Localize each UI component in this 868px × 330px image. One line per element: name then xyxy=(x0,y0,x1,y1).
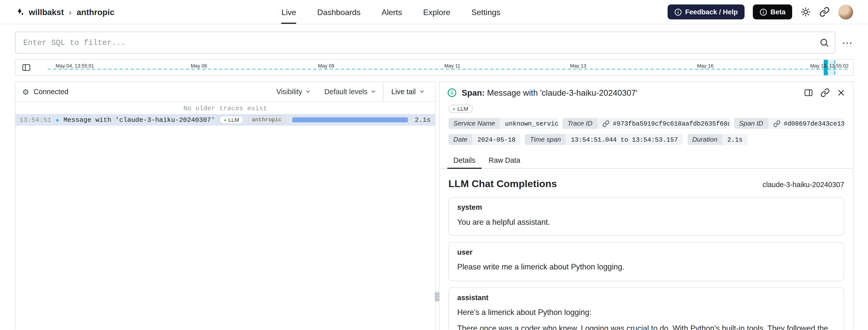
nav-item-dashboards[interactable]: Dashboards xyxy=(317,0,361,24)
no-older-traces-message: No older traces exist xyxy=(16,102,435,114)
llm-badge-label: LLM xyxy=(228,117,239,123)
timeline-tick: May 09 xyxy=(318,63,334,68)
info-icon xyxy=(447,88,457,97)
tab-details[interactable]: Details xyxy=(447,152,482,169)
property-label: Service Name xyxy=(448,118,500,129)
live-tail-dropdown[interactable]: Live tail xyxy=(383,82,435,101)
property-span-id[interactable]: Span ID #d08697de343ce138 xyxy=(734,118,844,129)
timeline-tick: May 18, 13:55:02 xyxy=(810,63,848,68)
llm-type-badge: ● LLM xyxy=(219,116,243,124)
sql-filter-input[interactable] xyxy=(15,32,835,54)
breadcrumb-separator-icon: › xyxy=(69,7,71,17)
span-title: Span: Message with 'claude-3-haiku-20240… xyxy=(462,88,638,97)
default-levels-dropdown[interactable]: Default levels xyxy=(318,87,383,96)
property-label: Duration xyxy=(687,134,722,145)
breadcrumb-org[interactable]: willbakst xyxy=(29,7,64,17)
message-card-assistant: assistant Here's a limerick about Python… xyxy=(448,287,844,330)
filter-bar: ⋯ xyxy=(15,32,854,54)
span-panel-actions xyxy=(804,88,845,97)
info-circle-icon xyxy=(760,8,767,16)
traces-panel: ⚙ Connected Visibility Default levels Li… xyxy=(15,81,436,330)
span-panel-header: Span: Message with 'claude-3-haiku-20240… xyxy=(439,82,853,101)
connection-status: Connected xyxy=(33,87,68,96)
span-properties-row-1: Service Name unknown_service Trace ID #9… xyxy=(439,118,853,129)
main-nav: Live Dashboards Alerts Explore Settings xyxy=(115,0,668,24)
time-range-histogram[interactable]: May 04, 13:55:01 May 06 May 09 May 11 Ma… xyxy=(15,59,854,76)
tab-raw-data[interactable]: Raw Data xyxy=(483,152,526,169)
green-dot-icon: ● xyxy=(224,118,226,122)
message-card-user: user Please write me a limerick about Py… xyxy=(448,242,844,281)
resize-handle[interactable] xyxy=(434,292,439,302)
property-label: Time span xyxy=(525,134,566,145)
property-value: unknown_service xyxy=(505,120,558,127)
nav-item-live[interactable]: Live xyxy=(282,0,297,24)
close-icon[interactable] xyxy=(837,89,845,97)
beta-button[interactable]: Beta xyxy=(753,4,792,20)
source-badge: anthropic xyxy=(248,116,285,124)
property-value: 2024-05-18 xyxy=(477,136,516,143)
search-icon[interactable] xyxy=(819,38,829,48)
traces-controls: Visibility Default levels Live tail xyxy=(270,82,435,101)
span-title-label: Span: xyxy=(462,88,485,97)
timeline-dashed-line xyxy=(48,68,848,69)
trace-row[interactable]: 13:54:51 ◆ Message with 'claude-3-haiku-… xyxy=(16,114,435,126)
traces-panel-header: ⚙ Connected Visibility Default levels Li… xyxy=(16,82,435,102)
info-circle-icon xyxy=(674,8,682,16)
green-dot-icon: ● xyxy=(453,107,455,111)
nav-item-settings[interactable]: Settings xyxy=(471,0,501,24)
sql-input-wrap xyxy=(15,32,835,54)
trace-duration: 2.1s xyxy=(415,116,431,124)
nav-item-alerts[interactable]: Alerts xyxy=(381,0,402,24)
message-role: user xyxy=(457,248,835,257)
trace-title: Message with 'claude-3-haiku-20240307' xyxy=(64,116,215,124)
message-role: system xyxy=(457,203,835,211)
feedback-help-label: Feedback / Help xyxy=(685,8,738,16)
property-value: #973fba5919cf9c618aafdb2635f68c44 xyxy=(613,120,730,127)
llm-type-badge: ● LLM xyxy=(448,105,472,113)
sidebar-toggle-icon[interactable] xyxy=(22,63,31,72)
message-content: There once was a coder who knew, Logging… xyxy=(457,323,835,330)
property-service-name: Service Name unknown_service xyxy=(448,118,558,129)
message-content: Here's a limerick about Python logging: xyxy=(457,306,835,318)
chevron-down-icon xyxy=(370,89,376,95)
user-avatar[interactable] xyxy=(838,4,854,20)
property-trace-id[interactable]: Trace ID #973fba5919cf9c618aafdb2635f68c… xyxy=(562,118,730,129)
filter-more-options-icon[interactable]: ⋯ xyxy=(841,37,854,48)
span-properties-row-2: Date 2024-05-18 Time span 13:54:51.044 t… xyxy=(439,134,853,145)
timeline-tick: May 16 xyxy=(697,63,714,68)
timeline-tick: May 06 xyxy=(191,63,207,68)
link-icon xyxy=(773,120,780,127)
default-levels-label: Default levels xyxy=(324,87,367,96)
app-window: willbakst › anthropic Live Dashboards Al… xyxy=(0,0,868,330)
share-link-icon[interactable] xyxy=(819,6,830,17)
span-title-text: Message with 'claude-3-haiku-20240307' xyxy=(487,88,638,97)
property-label: Span ID xyxy=(734,118,768,129)
llm-section-header: LLM Chat Completions claude-3-haiku-2024… xyxy=(439,169,853,191)
visibility-dropdown[interactable]: Visibility xyxy=(270,87,318,96)
visibility-label: Visibility xyxy=(276,87,302,96)
span-tabs: Details Raw Data xyxy=(439,152,853,169)
timeline-tick: May 11 xyxy=(444,63,460,68)
panel-divider xyxy=(436,81,439,330)
property-value: 2.1s xyxy=(727,136,743,143)
property-value: 13:54:51.044 to 13:54:53.157 xyxy=(571,136,678,143)
trace-timestamp: 13:54:51 xyxy=(19,116,51,124)
timeline-track[interactable]: May 04, 13:55:01 May 06 May 09 May 11 Ma… xyxy=(48,60,848,76)
theme-toggle-sun-icon[interactable] xyxy=(800,6,811,17)
copy-link-icon[interactable] xyxy=(820,88,830,97)
property-label: Trace ID xyxy=(562,118,597,129)
expand-panel-icon[interactable] xyxy=(804,88,813,97)
property-date: Date 2024-05-18 xyxy=(448,134,520,145)
duration-bar xyxy=(292,117,408,122)
app-logo-icon[interactable] xyxy=(15,7,24,17)
nav-item-explore[interactable]: Explore xyxy=(423,0,450,24)
property-duration: Duration 2.1s xyxy=(687,134,747,145)
breadcrumb-project[interactable]: anthropic xyxy=(76,7,115,17)
model-name: claude-3-haiku-20240307 xyxy=(763,181,844,189)
message-content: You are a helpful assistant. xyxy=(457,216,835,228)
main-content: ⚙ Connected Visibility Default levels Li… xyxy=(15,81,854,330)
feedback-help-button[interactable]: Feedback / Help xyxy=(667,4,744,20)
section-title: LLM Chat Completions xyxy=(448,178,557,190)
gear-icon[interactable]: ⚙ xyxy=(22,87,29,96)
timeline-tick: May 04, 13:55:01 xyxy=(56,63,94,68)
